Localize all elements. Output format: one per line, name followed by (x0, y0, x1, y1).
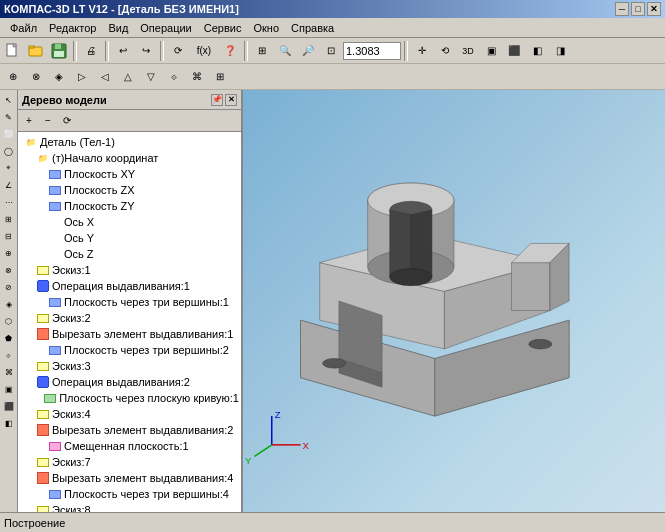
view-box-4[interactable]: ◨ (549, 40, 571, 62)
left-tool-11[interactable]: ⊗ (1, 262, 17, 278)
tree-item[interactable]: Операция выдавливания:2 (18, 374, 241, 390)
tree-item[interactable]: Эскиз:2 (18, 310, 241, 326)
redo-button[interactable]: ↪ (135, 40, 157, 62)
title-bar: КОМПАС-3D LT V12 - [Деталь БЕЗ ИМЕНИ1] ─… (0, 0, 665, 18)
tree-item[interactable]: Плоскость XY (18, 166, 241, 182)
3d-button[interactable]: 3D (457, 40, 479, 62)
menu-view[interactable]: Вид (102, 20, 134, 36)
tree-item[interactable]: Ось Y (18, 230, 241, 246)
menu-help[interactable]: Справка (285, 20, 340, 36)
tree-item[interactable]: Плоскость ZY (18, 198, 241, 214)
tree-item[interactable]: Эскиз:7 (18, 454, 241, 470)
zoom-fit-button[interactable]: ⊞ (251, 40, 273, 62)
tree-item[interactable]: Эскиз:3 (18, 358, 241, 374)
view-box-1[interactable]: ▣ (480, 40, 502, 62)
tool-2-8[interactable]: ⟐ (163, 66, 185, 88)
tree-expand-btn[interactable]: + (20, 112, 38, 130)
open-button[interactable] (25, 40, 47, 62)
save-button[interactable] (48, 40, 70, 62)
maximize-button[interactable]: □ (631, 2, 645, 16)
tree-item[interactable]: 📁Деталь (Тел-1) (18, 134, 241, 150)
tool-2-4[interactable]: ▷ (71, 66, 93, 88)
tree-item[interactable]: Плоскость ZX (18, 182, 241, 198)
left-sidebar: ↖ ✎ ⬜ ◯ ⌖ ∠ ⋯ ⊞ ⊟ ⊕ ⊗ ⊘ ◈ ⬡ ⬟ ⟐ ⌘ ▣ ⬛ ◧ (0, 90, 18, 512)
tool-2-1[interactable]: ⊕ (2, 66, 24, 88)
menu-service[interactable]: Сервис (198, 20, 248, 36)
viewport-3d[interactable]: Z X Y (243, 90, 665, 512)
plane-icon (48, 183, 62, 197)
tree-item[interactable]: Ось X (18, 214, 241, 230)
left-tool-2[interactable]: ✎ (1, 109, 17, 125)
tree-item[interactable]: Эскиз:4 (18, 406, 241, 422)
tree-item[interactable]: Эскиз:1 (18, 262, 241, 278)
tool-2-2[interactable]: ⊗ (25, 66, 47, 88)
tool-2-3[interactable]: ◈ (48, 66, 70, 88)
tree-item[interactable]: Плоскость через плоскую кривую:1 (18, 390, 241, 406)
zoom-out-button[interactable]: 🔎 (297, 40, 319, 62)
left-tool-7[interactable]: ⋯ (1, 194, 17, 210)
tree-item[interactable]: Вырезать элемент выдавливания:2 (18, 422, 241, 438)
left-tool-3[interactable]: ⬜ (1, 126, 17, 142)
tree-item[interactable]: Вырезать элемент выдавливания:1 (18, 326, 241, 342)
left-tool-17[interactable]: ⌘ (1, 364, 17, 380)
tree-item[interactable]: Операция выдавливания:1 (18, 278, 241, 294)
tree-item[interactable]: Вырезать элемент выдавливания:4 (18, 470, 241, 486)
left-tool-1[interactable]: ↖ (1, 92, 17, 108)
tree-item-label: Ось Z (64, 248, 94, 260)
zoom-input[interactable] (343, 42, 401, 60)
tree-item[interactable]: 📁(т)Начало координат (18, 150, 241, 166)
tree-item[interactable]: Эскиз:8 (18, 502, 241, 512)
tree-item[interactable]: Ось Z (18, 246, 241, 262)
sketch-icon (36, 503, 50, 512)
zoom-in-button[interactable]: 🔍 (274, 40, 296, 62)
tool-2-7[interactable]: ▽ (140, 66, 162, 88)
rotate-button[interactable]: ⟲ (434, 40, 456, 62)
tool-2-9[interactable]: ⌘ (186, 66, 208, 88)
move-button[interactable]: ✛ (411, 40, 433, 62)
tool-2-10[interactable]: ⊞ (209, 66, 231, 88)
left-tool-6[interactable]: ∠ (1, 177, 17, 193)
left-tool-16[interactable]: ⟐ (1, 347, 17, 363)
tree-refresh-btn[interactable]: ⟳ (58, 112, 76, 130)
plane2-icon (43, 391, 57, 405)
menu-operations[interactable]: Операции (134, 20, 197, 36)
tree-item[interactable]: Смещенная плоскость:1 (18, 438, 241, 454)
left-tool-12[interactable]: ⊘ (1, 279, 17, 295)
left-tool-18[interactable]: ▣ (1, 381, 17, 397)
print-button[interactable]: 🖨 (80, 40, 102, 62)
tree-panel-close[interactable]: ✕ (225, 94, 237, 106)
left-tool-19[interactable]: ⬛ (1, 398, 17, 414)
tool-2-6[interactable]: △ (117, 66, 139, 88)
plane-icon (48, 343, 62, 357)
view-box-3[interactable]: ◧ (526, 40, 548, 62)
left-tool-10[interactable]: ⊕ (1, 245, 17, 261)
tree-item[interactable]: Плоскость через три вершины:2 (18, 342, 241, 358)
tree-panel-pin[interactable]: 📌 (211, 94, 223, 106)
help-cursor-button[interactable]: ❓ (219, 40, 241, 62)
tree-collapse-btn[interactable]: − (39, 112, 57, 130)
left-tool-8[interactable]: ⊞ (1, 211, 17, 227)
close-button[interactable]: ✕ (647, 2, 661, 16)
undo-button[interactable]: ↩ (112, 40, 134, 62)
minimize-button[interactable]: ─ (615, 2, 629, 16)
left-tool-20[interactable]: ◧ (1, 415, 17, 431)
view-box-2[interactable]: ⬛ (503, 40, 525, 62)
menu-window[interactable]: Окно (247, 20, 285, 36)
fx-button[interactable]: f(x) (190, 40, 218, 62)
tool-2-5[interactable]: ◁ (94, 66, 116, 88)
left-tool-5[interactable]: ⌖ (1, 160, 17, 176)
new-button[interactable] (2, 40, 24, 62)
refresh-button[interactable]: ⟳ (167, 40, 189, 62)
tree-content[interactable]: 📁Деталь (Тел-1)📁(т)Начало координатПлоск… (18, 132, 241, 512)
left-tool-9[interactable]: ⊟ (1, 228, 17, 244)
left-tool-14[interactable]: ⬡ (1, 313, 17, 329)
left-tool-13[interactable]: ◈ (1, 296, 17, 312)
left-tool-4[interactable]: ◯ (1, 143, 17, 159)
left-tool-15[interactable]: ⬟ (1, 330, 17, 346)
tree-item[interactable]: Плоскость через три вершины:4 (18, 486, 241, 502)
menu-edit[interactable]: Редактор (43, 20, 102, 36)
tree-item-label: Эскиз:2 (52, 312, 91, 324)
tree-item[interactable]: Плоскость через три вершины:1 (18, 294, 241, 310)
menu-file[interactable]: Файл (4, 20, 43, 36)
zoom-area-button[interactable]: ⊡ (320, 40, 342, 62)
